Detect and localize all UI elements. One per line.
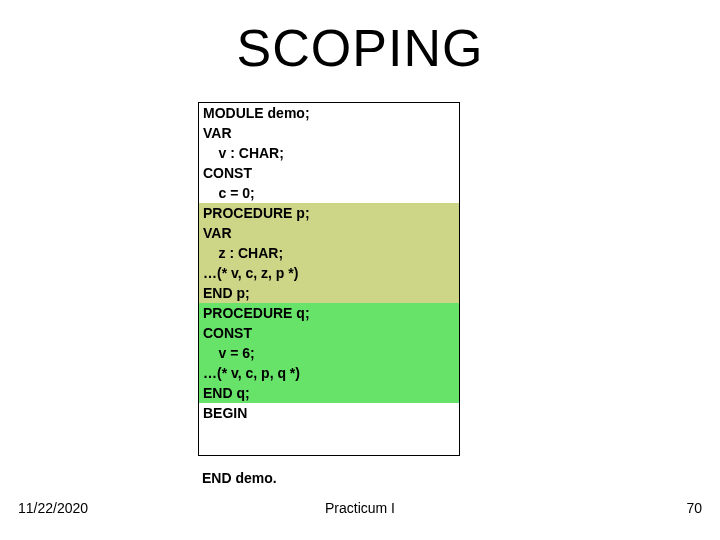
- code-line-scope-q: v = 6;: [199, 343, 459, 363]
- code-line-scope-p: END p;: [199, 283, 459, 303]
- code-line-scope-q: END q;: [199, 383, 459, 403]
- code-line-scope-p: z : CHAR;: [199, 243, 459, 263]
- code-line-scope-p: PROCEDURE p;: [199, 203, 459, 223]
- slide-title: SCOPING: [0, 18, 720, 78]
- code-line-scope-p: VAR: [199, 223, 459, 243]
- code-line: MODULE demo;: [199, 103, 459, 123]
- code-line-scope-p: …(* v, c, z, p *): [199, 263, 459, 283]
- code-box: MODULE demo; VAR v : CHAR; CONST c = 0; …: [198, 102, 460, 456]
- code-line: VAR: [199, 123, 459, 143]
- code-line-scope-q: CONST: [199, 323, 459, 343]
- code-line: c = 0;: [199, 183, 459, 203]
- code-line-scope-q: …(* v, c, p, q *): [199, 363, 459, 383]
- code-line: BEGIN: [199, 403, 459, 423]
- code-end-line: END demo.: [202, 470, 277, 486]
- footer-page-number: 70: [686, 500, 702, 516]
- code-line-scope-q: PROCEDURE q;: [199, 303, 459, 323]
- footer-center: Practicum I: [0, 500, 720, 516]
- code-line: v : CHAR;: [199, 143, 459, 163]
- code-line: CONST: [199, 163, 459, 183]
